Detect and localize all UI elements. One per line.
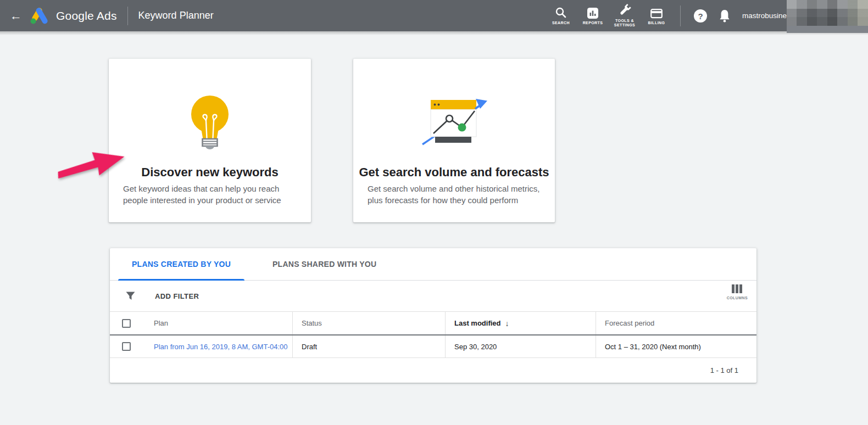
topbar-divider (127, 7, 128, 25)
topbar: ← Google Ads Keyword Planner SEARCH (0, 0, 868, 31)
forecast-chart-icon (353, 81, 555, 164)
billing-card-icon (650, 7, 663, 19)
row-checkbox[interactable] (122, 342, 131, 351)
avatar-pixelated-strip (787, 26, 868, 33)
card-description: Get keyword ideas that can help you reac… (123, 183, 297, 206)
topbar-left: ← Google Ads Keyword Planner (0, 7, 214, 25)
tab-plans-shared-with-you[interactable]: PLANS SHARED WITH YOU (259, 248, 390, 280)
pagination-label: 1 - 1 of 1 (710, 366, 738, 374)
plans-tabs: PLANS CREATED BY YOU PLANS SHARED WITH Y… (110, 248, 756, 281)
search-volume-forecasts-card[interactable]: Get search volume and forecasts Get sear… (353, 59, 555, 222)
add-filter-button[interactable]: ADD FILTER (110, 292, 199, 300)
avatar-pixelated[interactable] (787, 0, 868, 26)
page-title: Keyword Planner (138, 10, 214, 21)
table-row: Plan from Jun 16, 2019, 8 AM, GMT-04:00 … (110, 335, 756, 358)
card-description: Get search volume and other historical m… (368, 183, 541, 206)
header-last-modified[interactable]: Last modified ↓ (446, 312, 596, 334)
plan-cell: Plan from Jun 16, 2019, 8 AM, GMT-04:00 (110, 335, 293, 357)
help-icon: ? (693, 9, 708, 23)
search-icon (555, 7, 567, 19)
plans-panel: PLANS CREATED BY YOU PLANS SHARED WITH Y… (110, 248, 756, 383)
table-header-row: Plan Status Last modified ↓ Forecast per… (110, 312, 756, 335)
topbar-right: SEARCH REPORTS TOOLS & SE (545, 0, 787, 31)
plan-link[interactable]: Plan from Jun 16, 2019, 8 AM, GMT-04:00 (154, 343, 288, 351)
brand-text: Google Ads (56, 9, 117, 23)
notifications-button[interactable] (715, 7, 734, 25)
lightbulb-icon (109, 81, 311, 164)
last-modified-cell: Sep 30, 2020 (446, 335, 596, 357)
filter-funnel-icon (126, 292, 135, 300)
status-cell: Draft (293, 335, 446, 357)
filter-toolbar: ADD FILTER COLUMNS (110, 281, 756, 312)
header-status[interactable]: Status (293, 312, 446, 334)
card-title: Discover new keywords (109, 165, 311, 180)
columns-icon (732, 284, 742, 293)
wrench-icon (618, 4, 631, 16)
back-button[interactable]: ← (7, 7, 25, 25)
header-plan[interactable]: Plan (110, 312, 293, 334)
nav-tools-settings-button[interactable]: TOOLS & SETTINGS (609, 0, 641, 31)
account-name[interactable]: mastrobusine (742, 12, 787, 20)
discover-new-keywords-card[interactable]: Discover new keywords Get keyword ideas … (109, 59, 311, 222)
topbar-divider (680, 5, 681, 26)
reports-icon (587, 7, 598, 19)
header-forecast-period[interactable]: Forecast period (596, 312, 756, 334)
svg-text:?: ? (698, 11, 703, 20)
forecast-period-cell: Oct 1 – 31, 2020 (Next month) (596, 335, 756, 357)
back-arrow-icon: ← (10, 9, 22, 23)
google-ads-logo-icon (29, 7, 49, 25)
tab-plans-created-by-you[interactable]: PLANS CREATED BY YOU (118, 248, 244, 280)
nav-reports-button[interactable]: REPORTS (577, 0, 609, 31)
columns-button[interactable]: COLUMNS (727, 284, 748, 300)
pagination: 1 - 1 of 1 (110, 358, 756, 383)
nav-billing-button[interactable]: BILLING (641, 0, 672, 31)
nav-search-button[interactable]: SEARCH (545, 0, 577, 31)
bell-icon (718, 9, 731, 23)
help-button[interactable]: ? (691, 7, 710, 25)
select-all-checkbox[interactable] (122, 319, 131, 328)
sort-descending-icon: ↓ (505, 319, 509, 328)
card-title: Get search volume and forecasts (353, 165, 555, 180)
